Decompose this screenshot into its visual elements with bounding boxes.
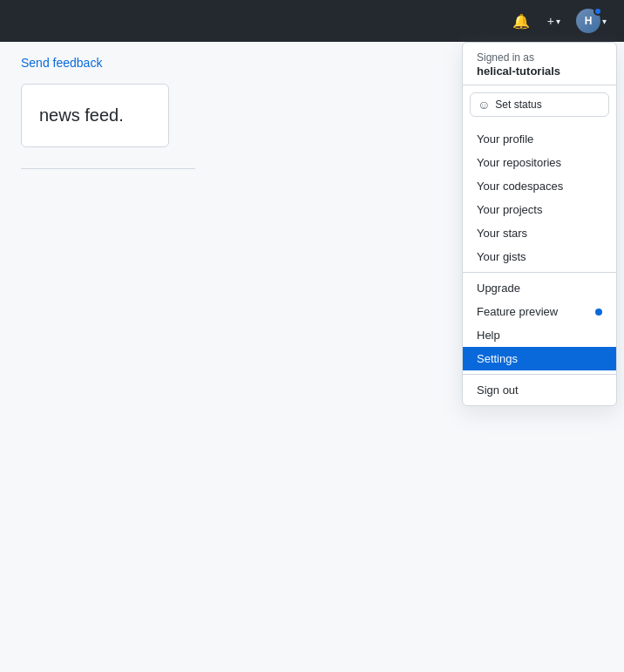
dropdown-item-your-projects[interactable]: Your projects — [463, 198, 616, 221]
user-menu-button[interactable]: H ▾ — [573, 7, 610, 35]
dropdown-item-your-gists[interactable]: Your gists — [463, 245, 616, 268]
dropdown-item-upgrade[interactable]: Upgrade — [463, 276, 616, 300]
caret-icon: ▾ — [556, 17, 560, 26]
news-feed-card: news feed. — [21, 84, 169, 147]
dropdown-item-help[interactable]: Help — [463, 323, 616, 347]
news-feed-text: news feed. — [39, 105, 124, 125]
user-dropdown-menu: Signed in as helical-tutorials ☺ Set sta… — [462, 42, 617, 406]
notifications-button[interactable]: 🔔 — [507, 10, 535, 33]
dropdown-section-1: Your profile Your repositories Your code… — [463, 124, 616, 273]
set-status-label: Set status — [495, 98, 541, 111]
avatar-caret-icon: ▾ — [602, 17, 607, 26]
avatar: H — [576, 9, 600, 33]
bell-icon: 🔔 — [512, 13, 530, 30]
dropdown-header: Signed in as helical-tutorials — [463, 43, 616, 85]
dropdown-item-your-repositories[interactable]: Your repositories — [463, 151, 616, 174]
send-feedback-link[interactable]: Send feedback — [21, 56, 102, 70]
dropdown-section-3: Sign out — [463, 375, 616, 405]
create-new-button[interactable]: + ▾ — [542, 10, 566, 31]
smiley-icon: ☺ — [478, 98, 490, 112]
navbar: 🔔 + ▾ H ▾ — [0, 0, 624, 42]
dropdown-item-sign-out[interactable]: Sign out — [463, 378, 616, 402]
feature-preview-dot — [595, 309, 602, 316]
dropdown-item-feature-preview[interactable]: Feature preview — [463, 300, 616, 323]
dropdown-item-settings[interactable]: Settings — [463, 347, 616, 370]
avatar-badge — [593, 7, 602, 16]
dropdown-item-your-codespaces[interactable]: Your codespaces — [463, 174, 616, 198]
feature-preview-label: Feature preview — [477, 305, 558, 318]
divider — [21, 168, 195, 169]
plus-icon: + — [547, 14, 554, 28]
dropdown-item-your-stars[interactable]: Your stars — [463, 221, 616, 245]
set-status-button[interactable]: ☺ Set status — [470, 92, 609, 117]
signed-in-as-label: Signed in as — [477, 51, 602, 64]
dropdown-item-your-profile[interactable]: Your profile — [463, 127, 616, 151]
dropdown-section-2: Upgrade Feature preview Help Settings — [463, 273, 616, 375]
username-label: helical-tutorials — [477, 64, 602, 78]
